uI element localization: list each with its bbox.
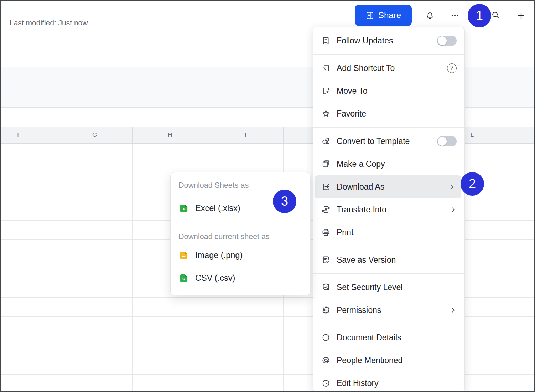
excel-file-icon: x — [179, 204, 188, 213]
favorite-icon — [321, 109, 331, 118]
menu-item-label: Move To — [337, 86, 368, 96]
menu-item-label: Permissions — [337, 305, 381, 315]
menu-item-favorite[interactable]: Favorite — [313, 102, 464, 125]
save-version-icon — [321, 255, 331, 264]
translate-icon — [321, 205, 331, 214]
menu-section: Set Security LevelPermissions — [313, 273, 464, 324]
menu-item-label: People Mentioned — [337, 356, 402, 365]
menu-item-label: Favorite — [337, 109, 366, 119]
svg-text:x: x — [182, 206, 185, 211]
search-icon[interactable] — [491, 11, 500, 19]
menu-item-add-shortcut-to[interactable]: Add Shortcut To? — [313, 57, 464, 79]
bell-icon[interactable] — [426, 11, 434, 20]
menu-item-document-details[interactable]: Document Details — [313, 326, 464, 349]
image-file-icon — [179, 251, 188, 260]
submenu-item-label: CSV (.csv) — [195, 273, 235, 283]
column-header-F[interactable]: F — [0, 127, 57, 143]
step-badge-3: 3 — [273, 190, 296, 213]
column-header-I[interactable]: I — [208, 127, 284, 143]
menu-item-label: Convert to Template — [337, 136, 410, 146]
menu-section: Save as Version — [313, 246, 464, 273]
menu-item-label: Set Security Level — [337, 283, 402, 292]
step-badge-2: 2 — [461, 172, 484, 196]
share-button[interactable]: Share — [355, 5, 412, 26]
submenu-item-label: Excel (.xlsx) — [195, 203, 240, 213]
permissions-icon — [321, 305, 331, 315]
menu-item-download-as[interactable]: Download As — [315, 175, 461, 198]
menu-item-make-a-copy[interactable]: Make a Copy — [313, 153, 464, 175]
add-shortcut-icon — [321, 63, 331, 73]
share-org-icon — [365, 11, 374, 20]
menu-item-label: Add Shortcut To — [337, 63, 395, 73]
share-button-label: Share — [378, 10, 401, 20]
chevron-right-icon — [450, 307, 457, 314]
last-modified-label: Last modified: Just now — [10, 19, 88, 27]
mention-icon — [321, 356, 331, 365]
menu-item-label: Print — [337, 228, 353, 237]
toggle-switch[interactable] — [437, 136, 457, 146]
more-options-menu: Follow UpdatesAdd Shortcut To?Move ToFav… — [313, 27, 465, 392]
menu-section: Add Shortcut To?Move ToFavorite — [313, 54, 464, 127]
column-header-G[interactable]: G — [57, 127, 133, 143]
column-header-M[interactable]: M — [510, 127, 535, 143]
toggle-switch[interactable] — [437, 36, 457, 46]
more-dots-icon[interactable] — [451, 11, 459, 20]
submenu-group: Download current sheet asImage (.png)cCS… — [171, 223, 310, 292]
menu-section: Follow Updates — [313, 27, 464, 54]
submenu-header: Download current sheet as — [171, 229, 310, 244]
make-copy-icon — [321, 159, 331, 169]
menu-item-edit-history[interactable]: Edit History — [313, 372, 464, 392]
menu-item-convert-to-template[interactable]: Convert to Template — [313, 130, 464, 153]
column-header-H[interactable]: H — [133, 127, 208, 143]
menu-item-label: Document Details — [337, 333, 401, 342]
csv-file-icon: c — [179, 274, 188, 283]
menu-item-set-security-level[interactable]: Set Security Level — [313, 276, 464, 299]
step-badge-1: 1 — [468, 4, 491, 27]
move-to-icon — [321, 86, 331, 96]
menu-item-move-to[interactable]: Move To — [313, 79, 464, 102]
security-icon — [321, 283, 331, 292]
menu-item-print[interactable]: Print — [313, 221, 464, 244]
history-icon — [321, 378, 331, 388]
submenu-item-image-png[interactable]: Image (.png) — [171, 244, 310, 267]
follow-updates-icon — [321, 36, 331, 45]
toggle-knob — [438, 36, 447, 45]
plus-icon[interactable] — [517, 11, 525, 20]
menu-section: Convert to TemplateMake a CopyDownload A… — [313, 127, 464, 246]
svg-text:c: c — [182, 275, 185, 281]
chevron-right-icon — [450, 206, 457, 213]
chevron-right-icon — [449, 184, 456, 190]
download-as-icon — [321, 182, 331, 191]
menu-item-people-mentioned[interactable]: People Mentioned — [313, 349, 464, 372]
menu-item-label: Make a Copy — [337, 159, 385, 169]
toggle-knob — [438, 137, 447, 146]
menu-item-label: Follow Updates — [337, 36, 393, 46]
help-icon[interactable]: ? — [447, 63, 457, 73]
submenu-item-csv-csv[interactable]: cCSV (.csv) — [171, 267, 310, 289]
menu-item-save-as-version[interactable]: Save as Version — [313, 248, 464, 271]
submenu-item-label: Image (.png) — [195, 251, 243, 260]
menu-item-label: Download As — [337, 182, 384, 192]
info-icon — [321, 333, 331, 342]
print-icon — [321, 228, 331, 237]
menu-item-permissions[interactable]: Permissions — [313, 299, 464, 321]
menu-item-label: Edit History — [337, 378, 379, 388]
convert-template-icon — [321, 136, 331, 146]
menu-section: Document DetailsPeople MentionedEdit His… — [313, 324, 464, 392]
menu-item-label: Translate Into — [337, 205, 386, 215]
spreadsheet-app-window: Last modified: Just now Share — [0, 0, 535, 392]
menu-item-follow-updates[interactable]: Follow Updates — [313, 29, 464, 52]
menu-item-translate-into[interactable]: Translate Into — [313, 198, 464, 221]
menu-item-label: Save as Version — [337, 255, 396, 265]
